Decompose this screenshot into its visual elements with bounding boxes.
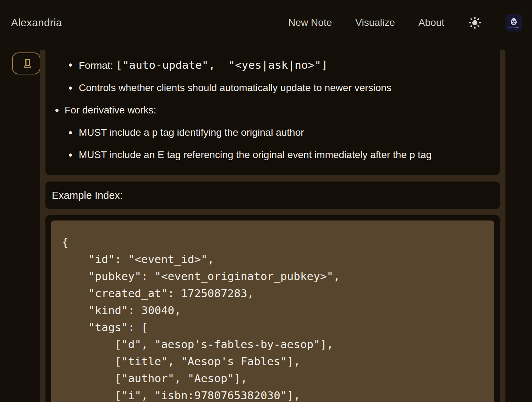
bullet-dot: [69, 131, 72, 134]
sun-icon: [468, 16, 481, 29]
list-item-text: Format:: [79, 60, 116, 71]
example-code-panel: { "id": "<event_id>", "pubkey": "<event_…: [45, 215, 500, 402]
json-code-block: { "id": "<event_id>", "pubkey": "<event_…: [51, 220, 494, 402]
app-title[interactable]: Alexandria: [11, 17, 62, 29]
nav-links: New Note Visualize About: [288, 14, 522, 32]
theme-toggle-button[interactable]: [468, 16, 482, 30]
list-item: MUST include an E tag referencing the or…: [52, 149, 493, 161]
document-container: Format: ["auto-update", "<yes|ask|no>"] …: [40, 50, 505, 402]
list-item-text: For derivative works:: [65, 105, 156, 116]
logo-label: GitCitadel: [509, 26, 519, 29]
bullet-dot: [55, 109, 59, 112]
nav-visualize[interactable]: Visualize: [355, 17, 395, 28]
bullet-dot: [69, 153, 72, 157]
example-index-panel: Example Index:: [45, 182, 500, 209]
list-item-text: MUST include an E tag referencing the or…: [79, 149, 432, 160]
example-index-label: Example Index:: [52, 190, 123, 201]
list-item: MUST include a p tag identifying the ori…: [52, 127, 493, 139]
top-nav: Alexandria New Note Visualize About: [0, 0, 532, 45]
bullet-dot: [69, 86, 72, 90]
nav-new-note[interactable]: New Note: [288, 17, 332, 28]
gitcitadel-hood-icon: [509, 17, 519, 26]
list-item: Format: ["auto-update", "<yes|ask|no>"]: [52, 59, 493, 72]
library-sidebar-button[interactable]: [12, 52, 40, 74]
list-item: For derivative works:: [52, 104, 493, 116]
list-item-text: MUST include a p tag identifying the ori…: [79, 127, 304, 138]
nav-about[interactable]: About: [418, 17, 444, 28]
spec-rules-panel: Format: ["auto-update", "<yes|ask|no>"] …: [45, 50, 500, 175]
inline-code: ["auto-update", "<yes|ask|no>"]: [116, 58, 328, 71]
json-code-text: { "id": "<event_id>", "pubkey": "<event_…: [62, 234, 483, 402]
book-icon: [21, 58, 32, 69]
gitcitadel-logo[interactable]: GitCitadel: [505, 14, 522, 32]
bullet-dot: [69, 63, 72, 67]
main-layout: Format: ["auto-update", "<yes|ask|no>"] …: [0, 50, 532, 402]
list-item-text: Controls whether clients should automati…: [79, 82, 391, 93]
list-item: Controls whether clients should automati…: [52, 82, 493, 94]
